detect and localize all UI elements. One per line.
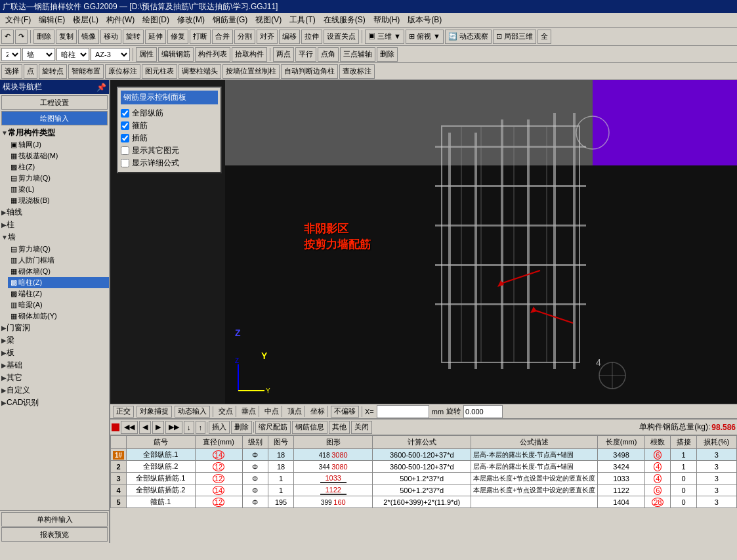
tree-leaf-shear[interactable]: ▤ 剪力墙(Q) bbox=[8, 173, 109, 184]
menu-help[interactable]: 帮助(H) bbox=[369, 13, 404, 27]
tree-leaf-slab[interactable]: ▦ 现浇板(B) bbox=[8, 195, 109, 206]
menu-steel[interactable]: 钢筋量(G) bbox=[209, 13, 251, 27]
nav-up-btn[interactable]: ↑ bbox=[196, 421, 206, 434]
single-comp-btn[interactable]: 单构件输入 bbox=[1, 512, 108, 527]
adjust-col-end-btn[interactable]: 调整柱端头 bbox=[179, 64, 221, 79]
in-place-label-btn[interactable]: 原位标注 bbox=[105, 64, 140, 79]
tree-leaf-col[interactable]: ▩ 柱(Z) bbox=[8, 162, 109, 173]
axis-group[interactable]: ▶ 轴线 bbox=[0, 206, 109, 219]
3d-canvas[interactable]: Z Y 4 非阴影区 按剪力 bbox=[225, 80, 737, 404]
side-view-btn[interactable]: ⊞ 俯视 ▼ bbox=[406, 30, 444, 44]
other-btn[interactable]: 其他 bbox=[329, 421, 350, 434]
3d-btn[interactable]: ▣ 三维 ▼ bbox=[365, 30, 404, 44]
dynamic-btn[interactable]: 🔄 动态观察 bbox=[445, 30, 492, 44]
undo-btn[interactable]: ↶ bbox=[1, 30, 14, 44]
tree-leaf-shearwall[interactable]: ▤ 剪力墙(Q) bbox=[8, 244, 109, 255]
ortho-btn[interactable]: 正交 bbox=[113, 406, 134, 418]
mid-btn[interactable]: 中点 bbox=[262, 406, 282, 417]
nav-next-btn[interactable]: ▶ bbox=[152, 421, 164, 434]
x-input[interactable] bbox=[377, 405, 429, 418]
pick-component-btn[interactable]: 拾取构件 bbox=[232, 47, 267, 62]
col-group[interactable]: ▶ 柱 bbox=[0, 219, 109, 231]
table-container[interactable]: 筋号 直径(mm) 级别 图号 图形 计算公式 公式描述 长度(mm) 根数 搭… bbox=[110, 435, 737, 543]
wall-pos-btn[interactable]: 按墙位置丝制柱 bbox=[222, 64, 280, 79]
nav-prev-btn[interactable]: ◀ bbox=[139, 421, 151, 434]
intersect-btn[interactable]: 交点 bbox=[216, 406, 236, 417]
table-row[interactable]: 2全部纵筋.212Φ18344 30803600-500-120+37*d层高-… bbox=[111, 461, 737, 473]
scale-bar-btn[interactable]: 缩尺配筋 bbox=[255, 421, 291, 434]
steel-check-1[interactable] bbox=[121, 121, 129, 130]
property-btn[interactable]: 属性 bbox=[136, 47, 157, 62]
three-point-btn[interactable]: 三点辅轴 bbox=[340, 47, 375, 62]
nav-pin-icon[interactable]: 📌 bbox=[96, 83, 106, 92]
draw-input-btn[interactable]: 绘图输入 bbox=[1, 111, 108, 125]
menu-view[interactable]: 视图(V) bbox=[251, 13, 285, 27]
redo-btn[interactable]: ↷ bbox=[15, 30, 28, 44]
tree-leaf-darkcol[interactable]: ▩ 暗柱(Z) bbox=[8, 277, 109, 288]
floor-select[interactable]: 2 bbox=[1, 48, 21, 61]
az-select[interactable]: AZ-3 bbox=[91, 48, 130, 61]
project-settings-btn[interactable]: 工程设置 bbox=[1, 95, 108, 110]
board-group[interactable]: ▶ 板 bbox=[0, 347, 109, 359]
component-list-btn[interactable]: 构件列表 bbox=[195, 47, 230, 62]
delete-btn[interactable]: 删除 bbox=[33, 30, 54, 44]
rotpoint-btn[interactable]: 旋转点 bbox=[39, 64, 67, 79]
point-btn[interactable]: 点 bbox=[24, 64, 37, 79]
extend-btn[interactable]: 延伸 bbox=[145, 30, 166, 44]
steel-info-btn[interactable]: 钢筋信息 bbox=[292, 421, 327, 434]
menu-modify[interactable]: 修改(M) bbox=[173, 13, 209, 27]
offset-btn[interactable]: 编移 bbox=[279, 30, 300, 44]
canvas-area[interactable]: 钢筋显示控制面板 全部纵筋 箍筋 插筋 显示其它图元 bbox=[110, 80, 737, 404]
top-btn[interactable]: 顶点 bbox=[285, 406, 305, 417]
col-table-btn[interactable]: 图元柱表 bbox=[142, 64, 177, 79]
auto-judge-btn[interactable]: 自动判断边角柱 bbox=[281, 64, 338, 79]
perp-btn[interactable]: 垂点 bbox=[239, 406, 259, 417]
smart-place-btn[interactable]: 智能布置 bbox=[68, 64, 104, 79]
dyn-input-btn[interactable]: 动态输入 bbox=[175, 406, 210, 418]
table-row[interactable]: 3全部纵筋插筋.112Φ11033500+1.2*37*d本层露出长度+节点设置… bbox=[111, 473, 737, 485]
menu-tools[interactable]: 工具(T) bbox=[285, 13, 319, 27]
coord-btn[interactable]: 坐标 bbox=[308, 406, 328, 417]
fullview-btn[interactable]: 全 bbox=[537, 30, 551, 44]
select-btn[interactable]: 选择 bbox=[1, 64, 22, 79]
beam-group[interactable]: ▶ 梁 bbox=[0, 334, 109, 347]
close-btn[interactable]: 关闭 bbox=[351, 421, 372, 434]
menu-version[interactable]: 版本号(B) bbox=[404, 13, 446, 27]
mirror-btn[interactable]: 镜像 bbox=[78, 30, 99, 44]
split-btn[interactable]: 分割 bbox=[234, 30, 255, 44]
foundation-group[interactable]: ▶ 基础 bbox=[0, 359, 109, 372]
nav-first-btn[interactable]: ◀◀ bbox=[121, 421, 138, 434]
steel-check-4[interactable] bbox=[121, 159, 129, 167]
copy-btn[interactable]: 复制 bbox=[56, 30, 77, 44]
menu-floor[interactable]: 楼层(L) bbox=[69, 13, 102, 27]
sub-select[interactable]: 暗柱 bbox=[56, 48, 89, 61]
table-row[interactable]: 5箍筋.112Φ195399 1602*(160+399)+2*(11.9*d)… bbox=[111, 496, 737, 508]
rotate-btn[interactable]: 旋转 bbox=[123, 30, 144, 44]
insert-btn[interactable]: 插入 bbox=[209, 421, 230, 434]
break-btn[interactable]: 打断 bbox=[190, 30, 211, 44]
merge-btn[interactable]: 合并 bbox=[212, 30, 233, 44]
custom-group[interactable]: ▶ 自定义 bbox=[0, 384, 109, 397]
steel-check-0[interactable] bbox=[121, 109, 129, 118]
point-angle-btn[interactable]: 点角 bbox=[318, 47, 339, 62]
common-group-header[interactable]: ▼ 常用构件类型 bbox=[0, 127, 109, 139]
steel-check-2[interactable] bbox=[121, 134, 129, 142]
del-row-btn[interactable]: 删除 bbox=[231, 421, 252, 434]
table-row[interactable]: 1#全部纵筋.114Φ18418 30803600-500-120+37*d层高… bbox=[111, 449, 737, 461]
door-group[interactable]: ▶ 门窗洞 bbox=[0, 322, 109, 334]
rotate-input[interactable] bbox=[463, 405, 503, 418]
setpoint-btn[interactable]: 设置关点 bbox=[324, 30, 359, 44]
menu-component[interactable]: 构件(W) bbox=[102, 13, 138, 27]
edit-steel-btn[interactable]: 编辑钢筋 bbox=[158, 47, 194, 62]
tree-leaf-beam[interactable]: ▥ 梁(L) bbox=[8, 184, 109, 195]
type-select[interactable]: 墙 bbox=[22, 48, 55, 61]
two-point-btn[interactable]: 两点 bbox=[273, 47, 294, 62]
wall-group-header[interactable]: ▼ 墙 bbox=[0, 231, 109, 244]
tree-leaf-airdef[interactable]: ▥ 人防门框墙 bbox=[8, 255, 109, 266]
cad-group[interactable]: ▶ CAD识别 bbox=[0, 397, 109, 409]
nav-last-btn[interactable]: ▶▶ bbox=[165, 421, 182, 434]
align-btn[interactable]: 对齐 bbox=[257, 30, 278, 44]
move-btn[interactable]: 移动 bbox=[100, 30, 121, 44]
snap-btn[interactable]: 对象捕捉 bbox=[137, 406, 172, 418]
tree-leaf-masonry-bar[interactable]: ▦ 砌体加筋(Y) bbox=[8, 311, 109, 322]
